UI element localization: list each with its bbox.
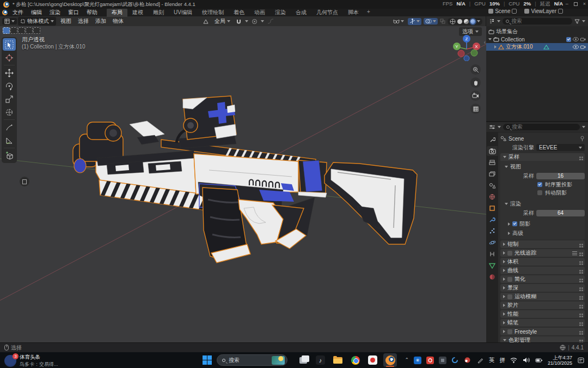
section-4[interactable]: 简化 [500,275,585,283]
tray-app-ball-icon[interactable] [464,357,471,364]
select-box-tool-button[interactable] [10,27,17,34]
solid-shading-icon[interactable] [457,19,462,24]
add-workspace-button[interactable]: + [364,8,373,17]
section-9[interactable]: 蜡笔 [500,319,585,327]
measure-tool[interactable] [3,134,16,147]
close-button[interactable]: × [583,1,586,7]
file-explorer-button[interactable] [331,353,345,367]
tab-physics[interactable] [487,238,498,248]
tab-object[interactable] [487,203,498,213]
maximize-button[interactable] [574,2,578,6]
shadows-checkbox[interactable] [512,221,517,226]
tab-material[interactable] [487,272,498,282]
tab-data[interactable] [487,261,498,270]
visibility-toggles-button[interactable] [391,19,406,25]
section-1-checkbox[interactable] [507,251,512,256]
mode-selector[interactable]: 物体模式 [18,17,56,26]
workspace-tab-4[interactable]: 纹理绘制 [197,8,229,17]
section-2[interactable]: 体积 [500,258,585,266]
tray-app-dim-icon[interactable] [439,357,446,364]
material-preview-icon[interactable] [464,19,469,24]
new-viewlayer-icon[interactable] [558,9,563,14]
gizmos-button[interactable] [408,18,421,25]
pen-icon[interactable] [476,357,484,364]
pin-icon[interactable] [580,136,585,141]
sidebar-collapse-arrow[interactable]: ‹ [484,39,486,45]
tab-modifiers[interactable] [487,215,498,225]
overlays-button[interactable] [424,18,438,25]
workspace-tab-0[interactable]: 布局 [107,8,127,17]
rotate-tool[interactable] [3,80,16,92]
tray-app-swirl-icon[interactable] [451,357,459,364]
section-1[interactable]: 光线追踪 [500,249,585,257]
collection-checkbox[interactable] [566,37,571,42]
workspace-tab-3[interactable]: UV编辑 [169,8,197,17]
section-7[interactable]: 胶片 [500,301,585,309]
workspace-tab-5[interactable]: 着色 [229,8,249,17]
viewport-samples-field[interactable]: 16 [536,173,585,179]
workspace-tab-9[interactable]: 几何节点 [311,8,343,17]
workspace-tab-10[interactable]: 脚本 [343,8,364,17]
viewport-menu-1[interactable]: 选择 [75,17,92,25]
section-11[interactable]: 色彩管理 [500,336,585,342]
annotate-tool[interactable] [3,121,16,134]
xray-toggle-icon[interactable] [440,19,445,24]
hidden-panel-button[interactable] [20,177,29,186]
collection-camera-icon[interactable] [580,37,586,41]
object-eye-icon[interactable] [573,45,579,49]
jittered-shadows-row[interactable]: 抖动阴影 [500,189,585,197]
filter-dropdown[interactable] [582,20,585,22]
select-lasso-tool-button[interactable] [26,27,33,34]
x-neg-ball[interactable] [458,50,464,57]
menu-4[interactable]: 帮助 [83,9,101,16]
menu-0[interactable]: 文件 [9,9,27,16]
tab-render[interactable] [487,146,498,156]
tab-output[interactable] [487,158,498,167]
outliner-search[interactable]: 搜索 [503,18,572,25]
section-10-checkbox[interactable] [507,329,512,334]
tab-viewlayer[interactable] [487,169,498,179]
tweak-tool-button[interactable] [3,27,10,34]
tray-expand-chevron[interactable]: ⌃ [405,357,409,363]
tab-tool[interactable] [487,135,498,144]
subsection-render[interactable]: 渲染 [500,199,585,208]
outliner-display-dropdown[interactable] [497,20,500,22]
menu-2[interactable]: 渲染 [46,9,64,16]
render-samples-field[interactable]: 64 [536,210,585,216]
blender-taskbar-button[interactable] [383,353,397,367]
collection-row[interactable]: Collection [486,35,588,43]
add-cube-tool[interactable] [3,149,16,162]
y-neg-ball[interactable] [471,50,477,56]
advanced-row[interactable]: 高级 [500,228,585,238]
blender-menu-icon[interactable] [2,10,8,15]
properties-editor-dropdown[interactable] [498,126,501,128]
viewport-menu-2[interactable]: 添加 [92,17,109,25]
battery-icon[interactable] [535,357,543,364]
rendered-shading-icon[interactable] [470,19,475,24]
notification-icon[interactable] [577,357,585,364]
wireframe-shading-icon[interactable] [450,19,456,25]
scene-collection-row[interactable]: 场景集合 [486,28,588,35]
properties-editor-icon[interactable] [489,124,495,130]
section-8[interactable]: 性能 [500,310,585,318]
section-0[interactable]: 钳制 [500,240,585,248]
move-tool[interactable] [3,67,16,79]
workspace-tab-7[interactable]: 渲染 [270,8,291,17]
chrome-button[interactable] [348,353,362,367]
editor-type-button[interactable] [2,18,17,25]
menu-1[interactable]: 编辑 [27,9,46,16]
minimize-button[interactable]: – [566,1,568,7]
zoom-button[interactable] [470,64,481,75]
red-app-button[interactable] [366,353,379,367]
tab-scene[interactable] [487,180,498,190]
section-6[interactable]: 运动模糊 [500,293,585,300]
properties-search[interactable]: 搜索 [503,124,580,130]
select-circle-tool-button[interactable] [18,27,25,34]
section-6-checkbox[interactable] [507,294,512,299]
taskbar-clock[interactable]: 上午4:37 21/10/2025 [548,355,572,366]
camera-view-button[interactable] [470,91,481,101]
jittered-shadows-checkbox[interactable] [537,190,542,195]
temporal-reprojection-checkbox[interactable] [537,182,542,187]
subsection-viewport[interactable]: 视图 [500,162,585,171]
music-app-button[interactable]: ♪ [314,353,327,367]
